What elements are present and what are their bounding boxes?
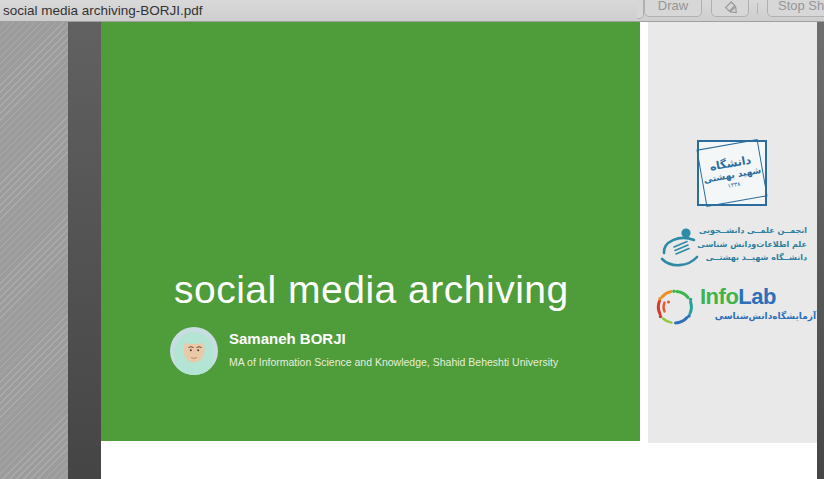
author-affiliation: MA of Information Science and Knowledge,… xyxy=(229,356,558,368)
infolab-word-info: Info xyxy=(700,284,738,309)
pen-tool-button[interactable] xyxy=(711,0,749,17)
toolbar-button-fragment[interactable] xyxy=(637,0,644,19)
infolab-subtitle: آزمایشگاه‌دانش‌شناسی xyxy=(700,311,816,321)
draw-button[interactable]: Draw xyxy=(644,0,702,17)
slide-logo-panel: دانشگاه شهید بهشتی ۱۳۳۸ انجمــن علمــی د… xyxy=(648,21,817,443)
slide-divider-gap xyxy=(640,21,648,443)
desktop-hatched-area xyxy=(0,21,68,479)
author-avatar xyxy=(170,327,218,375)
university-emblem-logo: دانشگاه شهید بهشتی ۱۳۳۸ xyxy=(697,140,767,206)
infolab-logo: InfoLab آزمایشگاه‌دانش‌شناسی xyxy=(654,284,814,336)
student-association-logo: انجمــن علمــی دانشــجویی علم اطلاعات‌ود… xyxy=(655,224,811,272)
slide-title: social media archiving xyxy=(174,268,569,312)
window-title: social media archiving-BORJI.pdf xyxy=(3,0,203,21)
emblem-year: ۱۳۳۸ xyxy=(727,180,741,190)
window-left-edge xyxy=(68,21,101,479)
window-titlebar: social media archiving-BORJI.pdf Draw St… xyxy=(0,0,824,22)
toolbar-separator xyxy=(757,3,758,14)
association-line1: انجمــن علمــی دانشــجویی xyxy=(697,224,807,238)
association-line2: علم اطلاعات‌ودانش شناسی xyxy=(697,238,807,252)
infolab-swirl-icon xyxy=(654,286,696,332)
reader-figure-icon xyxy=(655,226,701,274)
page-below-slide xyxy=(101,441,817,479)
window-right-edge xyxy=(817,21,824,479)
shared-screen: social media archiving-BORJI.pdf Draw St… xyxy=(0,0,824,479)
association-line3: دانشــگاه شهیــد بهشتــی xyxy=(697,251,807,265)
author-name: Samaneh BORJI xyxy=(229,330,346,347)
stop-share-button[interactable]: Stop Sha xyxy=(767,0,824,17)
infolab-wordmark: InfoLab xyxy=(700,284,776,310)
association-text: انجمــن علمــی دانشــجویی علم اطلاعات‌ود… xyxy=(697,224,807,265)
slide-title-area: social media archiving Samaneh BORJI MA … xyxy=(101,21,640,441)
university-emblem-calligraphy: دانشگاه شهید بهشتی ۱۳۳۸ xyxy=(696,139,767,207)
infolab-word-lab: Lab xyxy=(738,284,776,309)
pen-icon xyxy=(723,0,738,13)
